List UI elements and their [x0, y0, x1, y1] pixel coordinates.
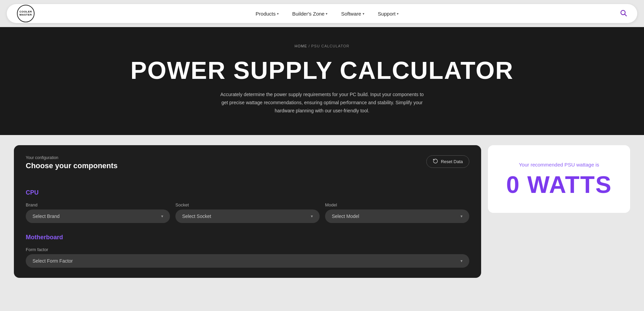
- form-factor-value: Select Form Factor: [33, 258, 73, 264]
- motherboard-fields-row: Form factor Select Form Factor ▾: [26, 247, 469, 268]
- cpu-socket-chevron-icon: ▾: [311, 214, 313, 219]
- hero-section: HOME / PSU CALCULATOR POWER SUPPLY CALCU…: [0, 27, 644, 135]
- form-factor-dropdown[interactable]: Select Form Factor ▾: [26, 254, 469, 268]
- reset-icon: [433, 158, 438, 165]
- panel-header: Your configuration Choose your component…: [26, 155, 469, 180]
- cpu-brand-value: Select Brand: [33, 214, 60, 219]
- cpu-brand-label: Brand: [26, 202, 170, 207]
- search-icon: [620, 9, 627, 17]
- config-label: Your configuration: [26, 155, 117, 160]
- builders-zone-chevron-icon: ▾: [326, 12, 327, 16]
- cpu-model-dropdown[interactable]: Select Model ▾: [325, 209, 469, 223]
- hero-subtitle: Accurately determine the power supply re…: [217, 91, 427, 115]
- result-label: Your recommended PSU wattage is: [519, 162, 599, 168]
- breadcrumb-current: PSU CALCULATOR: [311, 44, 349, 48]
- cpu-brand-dropdown[interactable]: Select Brand ▾: [26, 209, 170, 223]
- form-factor-chevron-icon: ▾: [460, 259, 463, 263]
- motherboard-section-title: Motherboard: [26, 234, 469, 241]
- software-chevron-icon: ▾: [363, 12, 364, 16]
- nav-menu: Products ▾ Builder's Zone ▾ Software ▾ S…: [256, 11, 399, 17]
- navbar: COOLER MASTER Products ▾ Builder's Zone …: [7, 4, 637, 23]
- cpu-section-title: CPU: [26, 189, 469, 196]
- reset-button[interactable]: Reset Data: [426, 155, 469, 168]
- main-content: Your configuration Choose your component…: [7, 135, 637, 291]
- cpu-model-label: Model: [325, 202, 469, 207]
- support-chevron-icon: ▾: [397, 12, 399, 16]
- search-button[interactable]: [620, 9, 627, 18]
- cpu-model-group: Model Select Model ▾: [325, 202, 469, 223]
- nav-item-products[interactable]: Products ▾: [256, 11, 279, 17]
- breadcrumb: HOME / PSU CALCULATOR: [7, 44, 637, 48]
- logo[interactable]: COOLER MASTER: [17, 5, 35, 22]
- nav-item-support[interactable]: Support ▾: [378, 11, 399, 17]
- calculator-panel: Your configuration Choose your component…: [14, 145, 481, 278]
- page-title: POWER SUPPLY CALCULATOR: [7, 58, 637, 83]
- cpu-socket-label: Socket: [175, 202, 320, 207]
- cpu-model-value: Select Model: [332, 214, 359, 219]
- products-chevron-icon: ▾: [277, 12, 279, 16]
- result-panel: Your recommended PSU wattage is 0 WATTS: [488, 145, 630, 213]
- cpu-socket-value: Select Socket: [182, 214, 211, 219]
- cpu-socket-group: Socket Select Socket ▾: [175, 202, 320, 223]
- cpu-fields-row: Brand Select Brand ▾ Socket Select Socke…: [26, 202, 469, 223]
- svg-line-1: [625, 14, 626, 16]
- breadcrumb-home[interactable]: HOME: [295, 44, 307, 48]
- logo-box: COOLER MASTER: [17, 5, 35, 22]
- form-factor-label: Form factor: [26, 247, 469, 252]
- motherboard-section: Motherboard Form factor Select Form Fact…: [26, 234, 469, 268]
- nav-item-software[interactable]: Software ▾: [341, 11, 364, 17]
- cpu-model-chevron-icon: ▾: [460, 214, 463, 219]
- nav-item-builders-zone[interactable]: Builder's Zone ▾: [292, 11, 327, 17]
- cpu-section: CPU Brand Select Brand ▾ Socket Select S…: [26, 189, 469, 223]
- config-info: Your configuration Choose your component…: [26, 155, 117, 180]
- cpu-socket-dropdown[interactable]: Select Socket ▾: [175, 209, 320, 223]
- result-value: 0 WATTS: [506, 173, 612, 197]
- config-title: Choose your components: [26, 161, 117, 170]
- cpu-brand-group: Brand Select Brand ▾: [26, 202, 170, 223]
- cpu-brand-chevron-icon: ▾: [161, 214, 163, 219]
